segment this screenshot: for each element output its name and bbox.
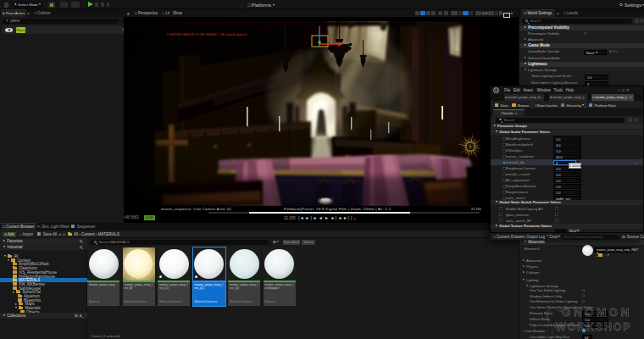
svg-text:GNOMON: GNOMON — [562, 306, 632, 319]
svg-text:THE: THE — [557, 309, 564, 313]
svg-text:WORKSHOP: WORKSHOP — [556, 321, 631, 333]
svg-text:LIGHTING NEEDS TO BE REBUILT (: LIGHTING NEEDS TO BE REBUILT (38 unbuilt… — [167, 33, 247, 36]
